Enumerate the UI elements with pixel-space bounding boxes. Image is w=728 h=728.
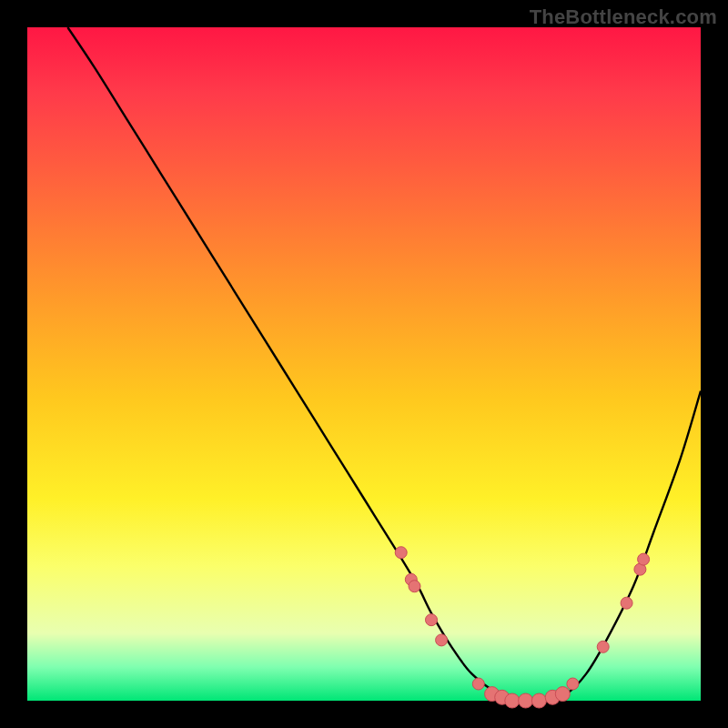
data-marker	[597, 641, 609, 652]
data-marker	[519, 693, 533, 708]
watermark-text: TheBottleneck.com	[530, 5, 717, 29]
data-marker	[436, 634, 448, 646]
data-markers	[395, 547, 649, 708]
data-marker	[555, 687, 570, 702]
data-marker	[426, 614, 438, 626]
curve-layer	[27, 27, 701, 701]
data-marker	[505, 693, 520, 708]
chart-frame: TheBottleneck.com	[0, 0, 728, 728]
data-marker	[531, 693, 546, 708]
data-marker	[621, 597, 632, 609]
bottleneck-curve	[67, 27, 701, 702]
data-marker	[472, 678, 484, 690]
data-marker	[395, 547, 407, 559]
data-marker	[638, 553, 650, 565]
data-marker	[409, 581, 420, 592]
data-marker	[567, 678, 579, 690]
plot-area	[27, 27, 701, 701]
